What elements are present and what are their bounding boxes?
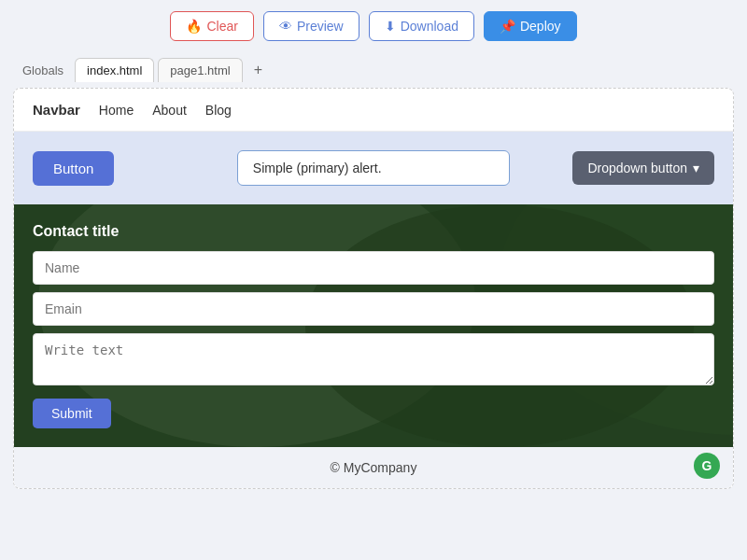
contact-title: Contact title <box>33 223 714 240</box>
preview-button[interactable]: 👁 Preview <box>263 11 359 41</box>
navbar-link-home[interactable]: Home <box>99 103 134 118</box>
tabs-bar: Globals index.html page1.html + <box>0 52 747 88</box>
footer-text: © MyCompany <box>331 460 417 475</box>
dropdown-button[interactable]: Dropdown button ▾ <box>572 151 714 185</box>
tab-globals[interactable]: Globals <box>15 60 71 81</box>
navbar-link-about[interactable]: About <box>152 103 187 118</box>
contact-name-input[interactable] <box>33 251 714 285</box>
clear-icon: 🔥 <box>186 19 202 34</box>
contact-message-textarea[interactable] <box>33 333 714 385</box>
canvas-area: Navbar Home About Blog Button Simple (pr… <box>13 88 734 489</box>
contact-email-input[interactable] <box>33 292 714 326</box>
tab-index-html[interactable]: index.html <box>75 58 154 82</box>
comp-alert-section: Simple (primary) alert. <box>228 150 519 186</box>
deploy-button[interactable]: 📌 Deploy <box>484 11 577 41</box>
preview-navbar: Navbar Home About Blog <box>14 89 733 132</box>
navbar-brand: Navbar <box>33 102 80 118</box>
clear-button[interactable]: 🔥 Clear <box>170 11 253 41</box>
deploy-icon: 📌 <box>500 19 515 34</box>
dropdown-arrow-icon: ▾ <box>693 161 699 175</box>
components-row: Button Simple (primary) alert. Dropdown … <box>14 132 733 204</box>
contact-section: Contact title Submit <box>14 204 733 447</box>
comp-dropdown-section: Dropdown button ▾ <box>519 151 714 185</box>
alert-box: Simple (primary) alert. <box>237 150 510 186</box>
navbar-link-blog[interactable]: Blog <box>205 103 232 118</box>
download-button[interactable]: ⬇ Download <box>369 11 474 41</box>
tab-add-button[interactable]: + <box>247 58 270 82</box>
preview-icon: 👁 <box>279 19 292 34</box>
g-icon[interactable]: G <box>694 453 720 479</box>
comp-button-section: Button <box>33 151 228 186</box>
toolbar: 🔥 Clear 👁 Preview ⬇ Download 📌 Deploy <box>0 0 747 52</box>
download-icon: ⬇ <box>385 19 396 34</box>
primary-button[interactable]: Button <box>33 151 114 186</box>
preview-footer: © MyCompany G <box>14 447 733 488</box>
tab-page1-html[interactable]: page1.html <box>158 58 242 82</box>
submit-button[interactable]: Submit <box>33 399 111 428</box>
